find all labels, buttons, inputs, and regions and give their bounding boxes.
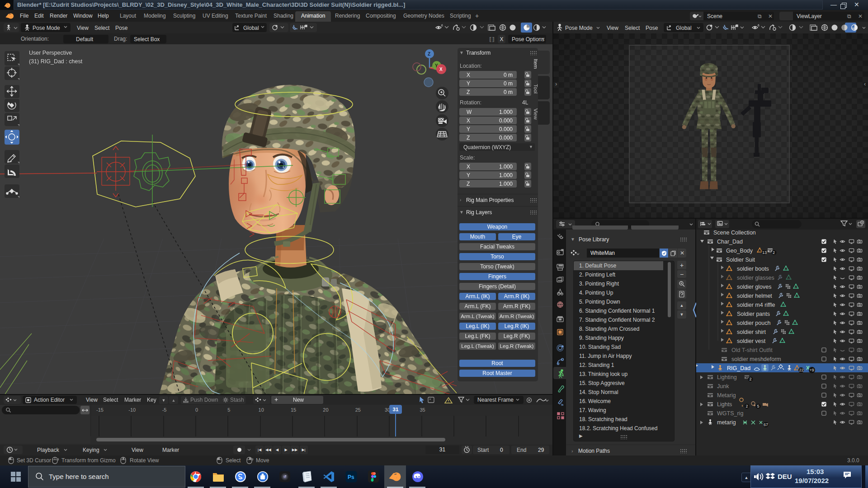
svg-text:67: 67 — [764, 422, 768, 427]
svg-text:soldier boots: soldier boots — [737, 266, 769, 272]
svg-text:Old T-shirt Outfit: Old T-shirt Outfit — [731, 347, 773, 353]
svg-text:User Perspective: User Perspective — [29, 50, 72, 56]
svg-text:Metarig: Metarig — [717, 392, 736, 399]
svg-text:soldier helmet: soldier helmet — [737, 293, 772, 299]
svg-text:soldier pouch: soldier pouch — [737, 320, 770, 326]
svg-text:soldier m4 riffle: soldier m4 riffle — [737, 302, 775, 308]
svg-text:X: X — [439, 67, 443, 72]
svg-text:2: 2 — [746, 404, 748, 408]
svg-text:Lighting: Lighting — [717, 374, 737, 380]
svg-text:‹: ‹ — [864, 80, 866, 87]
svg-text:Junk: Junk — [717, 383, 729, 389]
svg-text:Scene Collection: Scene Collection — [713, 230, 756, 236]
svg-text:soldier meshdeform: soldier meshdeform — [731, 356, 781, 362]
svg-text:soldier shirt: soldier shirt — [737, 329, 766, 335]
svg-text:Soldier Suit: Soldier Suit — [726, 257, 755, 263]
svg-text:(31) RIG_Dad : chest: (31) RIG_Dad : chest — [29, 58, 83, 65]
svg-text:Char_Dad: Char_Dad — [717, 239, 743, 245]
svg-text:13: 13 — [762, 250, 767, 255]
svg-text:soldier gloves: soldier gloves — [737, 284, 771, 290]
svg-text:WGTS_rig: WGTS_rig — [717, 410, 743, 417]
svg-text:2: 2 — [750, 377, 752, 381]
svg-text:22: 22 — [799, 368, 804, 372]
svg-text:5: 5 — [757, 404, 760, 408]
svg-text:+9: +9 — [810, 368, 814, 372]
svg-text:RIG_Dad: RIG_Dad — [727, 365, 750, 371]
svg-text:Z: Z — [428, 52, 430, 56]
svg-text:Lights: Lights — [717, 401, 732, 408]
svg-text:soldier glasses: soldier glasses — [737, 275, 774, 281]
svg-text:Geo_Body: Geo_Body — [726, 248, 753, 254]
svg-text:›: › — [555, 80, 557, 87]
svg-text:Soldier pants: Soldier pants — [737, 311, 770, 317]
svg-text:Ps: Ps — [348, 474, 354, 480]
svg-text:metarig: metarig — [717, 419, 736, 426]
svg-text:2: 2 — [773, 250, 775, 255]
svg-text:soldier vest: soldier vest — [737, 338, 766, 344]
